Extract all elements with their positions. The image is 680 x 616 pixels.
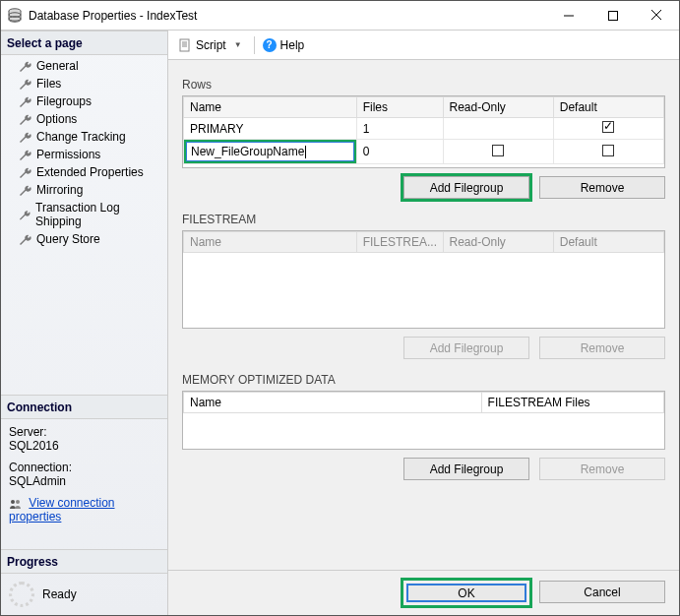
rows-add-filegroup-button[interactable]: Add Filegroup (403, 176, 529, 199)
col-fsfiles[interactable]: FILESTREAM Files (481, 393, 663, 413)
server-label: Server: (9, 425, 159, 439)
left-pane: Select a page General Files Filegroups O… (1, 31, 168, 615)
people-icon (9, 498, 23, 510)
cell-readonly[interactable] (443, 140, 553, 164)
nav-query-store[interactable]: Query Store (1, 230, 167, 248)
maximize-button[interactable] (590, 1, 635, 30)
spinner-icon (9, 582, 34, 607)
nav-label: Files (36, 77, 61, 91)
wrench-icon (19, 113, 32, 125)
col-files[interactable]: Files (356, 97, 443, 118)
nav-label: Mirroring (36, 183, 83, 197)
col-name[interactable]: Name (184, 393, 482, 413)
table-row[interactable]: New_FileGroupName 0 (184, 140, 664, 164)
wrench-icon (19, 209, 31, 220)
cell-files[interactable]: 1 (356, 118, 443, 140)
rows-grid[interactable]: Name Files Read-Only Default PRIMARY 1 (182, 95, 665, 168)
nav-filegroups[interactable]: Filegroups (1, 92, 167, 110)
wrench-icon (19, 166, 32, 178)
cell-files[interactable]: 0 (356, 140, 443, 164)
wrench-icon (19, 78, 32, 90)
nav-label: Filegroups (36, 94, 92, 108)
maximize-icon (608, 11, 618, 21)
page-nav: General Files Filegroups Options Change … (1, 55, 167, 250)
cancel-button[interactable]: Cancel (539, 581, 665, 603)
titlebar[interactable]: Database Properties - IndexTest (1, 1, 679, 31)
name-input[interactable]: New_FileGroupName (191, 145, 304, 158)
filestream-remove-button[interactable]: Remove (539, 337, 665, 359)
database-icon (7, 8, 23, 24)
script-icon (178, 38, 192, 52)
wrench-icon (19, 233, 32, 245)
select-page-header: Select a page (1, 31, 167, 55)
nav-general[interactable]: General (1, 57, 167, 75)
svg-rect-4 (608, 11, 617, 20)
window-title: Database Properties - IndexTest (29, 9, 546, 23)
progress-header: Progress (1, 549, 167, 574)
help-icon: ? (263, 38, 277, 52)
mo-grid[interactable]: Name FILESTREAM Files (182, 391, 665, 450)
nav-label: Transaction Log Shipping (35, 201, 159, 228)
nav-change-tracking[interactable]: Change Tracking (1, 128, 167, 146)
rows-remove-button[interactable]: Remove (539, 176, 665, 199)
dialog-window: Database Properties - IndexTest Select a… (0, 0, 680, 616)
cell-name-editing[interactable]: New_FileGroupName (184, 140, 357, 164)
col-name[interactable]: Name (184, 232, 357, 253)
view-connection-properties-link[interactable]: View connection properties (9, 496, 115, 524)
table-row[interactable]: PRIMARY 1 (184, 118, 664, 140)
minimize-icon (564, 11, 574, 21)
nav-transaction-log-shipping[interactable]: Transaction Log Shipping (1, 199, 167, 230)
nav-label: General (36, 59, 79, 73)
nav-mirroring[interactable]: Mirroring (1, 181, 167, 199)
mo-title: MEMORY OPTIMIZED DATA (182, 373, 665, 387)
filestream-add-filegroup-button[interactable]: Add Filegroup (403, 337, 529, 359)
wrench-icon (19, 149, 32, 160)
right-pane: Script ▼ ? Help Rows Name Files Read-Onl… (168, 31, 679, 615)
ok-button-highlight: OK (403, 581, 529, 605)
ok-button[interactable]: OK (406, 584, 526, 602)
checkbox-icon[interactable] (602, 145, 614, 156)
nav-label: Query Store (36, 232, 100, 246)
mo-remove-button[interactable]: Remove (539, 458, 665, 480)
connection-value: SQLAdmin (9, 474, 159, 488)
mo-add-filegroup-button[interactable]: Add Filegroup (403, 458, 529, 480)
nav-label: Extended Properties (36, 165, 144, 179)
script-dropdown[interactable]: ▼ (230, 40, 246, 49)
help-button[interactable]: Help (280, 38, 305, 52)
filestream-grid[interactable]: Name FILESTREA... Read-Only Default (182, 230, 665, 329)
window-buttons (546, 1, 679, 30)
nav-extended-properties[interactable]: Extended Properties (1, 163, 167, 181)
toolbar-separator (254, 36, 255, 54)
cell-default[interactable] (553, 140, 663, 164)
server-value: SQL2016 (9, 439, 159, 453)
svg-point-7 (11, 500, 15, 504)
col-fsfiles[interactable]: FILESTREA... (356, 232, 443, 253)
col-default[interactable]: Default (553, 97, 663, 118)
nav-permissions[interactable]: Permissions (1, 146, 167, 163)
checkbox-checked-icon[interactable] (602, 121, 614, 133)
col-readonly[interactable]: Read-Only (443, 232, 553, 253)
content-panel: Rows Name Files Read-Only Default PRIMAR… (168, 60, 679, 570)
minimize-button[interactable] (546, 1, 590, 30)
text-caret-icon (305, 146, 306, 158)
nav-files[interactable]: Files (1, 75, 167, 92)
cell-readonly[interactable] (443, 118, 553, 140)
col-name[interactable]: Name (184, 97, 357, 118)
rows-title: Rows (182, 78, 665, 92)
col-default[interactable]: Default (553, 232, 663, 253)
connection-header: Connection (1, 395, 167, 419)
nav-label: Permissions (36, 148, 100, 161)
cell-name[interactable]: PRIMARY (184, 118, 357, 140)
svg-point-8 (16, 500, 20, 504)
cell-default[interactable] (553, 118, 663, 140)
filestream-title: FILESTREAM (182, 213, 665, 226)
close-button[interactable] (635, 1, 679, 30)
col-readonly[interactable]: Read-Only (443, 97, 553, 118)
wrench-icon (19, 95, 32, 107)
script-button[interactable]: Script (196, 38, 226, 52)
checkbox-icon[interactable] (492, 145, 504, 156)
toolbar: Script ▼ ? Help (168, 31, 679, 60)
dialog-footer: OK Cancel (168, 570, 679, 615)
nav-options[interactable]: Options (1, 110, 167, 128)
nav-label: Options (36, 112, 77, 126)
